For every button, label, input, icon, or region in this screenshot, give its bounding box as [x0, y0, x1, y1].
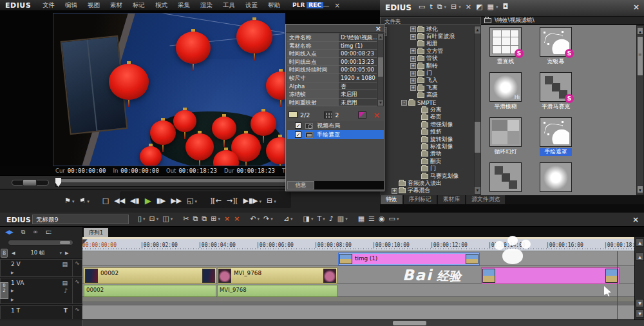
marker-in-flag-button[interactable]: ⚑: [79, 195, 86, 207]
ruler-tick[interactable]: |00:00:12:00: [430, 240, 488, 248]
remove-effect-button[interactable]: ×: [373, 110, 380, 120]
loop-button[interactable]: ◱: [187, 195, 193, 207]
clip-00002-audio[interactable]: 00002: [84, 285, 216, 297]
track-row-mixer-strip[interactable]: [82, 297, 634, 302]
tree-item[interactable]: + 百叶窗波浪: [388, 33, 473, 40]
sync-lock-icon[interactable]: ∿: [72, 278, 82, 303]
ruler-tick[interactable]: |00:00:06:00: [256, 240, 314, 248]
project-name-box[interactable]: 无标题9: [32, 215, 129, 224]
cut-button[interactable]: ✂: [183, 215, 189, 223]
track-header-1t[interactable]: 1 T T ∿: [0, 305, 82, 320]
tree-expander-icon[interactable]: +: [410, 85, 416, 91]
effect-tile[interactable]: Hi: [489, 72, 522, 102]
marker-in-dropdown[interactable]: ▾: [87, 196, 90, 207]
swap-icon[interactable]: ◩: [476, 3, 482, 11]
applied-effect-row[interactable]: ✓ 视频布局: [287, 121, 384, 130]
menu-item[interactable]: 文件: [37, 1, 60, 10]
open-project-dropdown[interactable]: ▾: [156, 216, 159, 222]
expand-track-icon[interactable]: ▶: [11, 297, 14, 302]
effect-tile[interactable]: S: [540, 72, 572, 102]
paste-button[interactable]: ⊞: [211, 215, 216, 223]
duplicate-icon[interactable]: ⧉: [437, 3, 442, 11]
text-view-icon[interactable]: t: [430, 3, 432, 11]
zoom-out-icon[interactable]: ◀: [10, 251, 17, 256]
tree-scrollbar[interactable]: ▲ ▼: [474, 26, 481, 195]
menu-item[interactable]: 模式: [150, 1, 173, 10]
sequence-tab[interactable]: 序列1: [84, 228, 108, 237]
effect-pair-icon[interactable]: [358, 111, 366, 119]
tree-item[interactable]: 高级: [388, 92, 473, 99]
transition-button[interactable]: ◨: [303, 215, 310, 223]
delete-button[interactable]: ×: [234, 215, 240, 223]
video-track-icon[interactable]: ▤: [62, 261, 68, 267]
menu-item[interactable]: 帮助: [263, 1, 285, 10]
loop-icon[interactable]: ∞: [33, 229, 37, 235]
duplicate-dropdown[interactable]: ▾: [444, 5, 447, 10]
effect-checkbox[interactable]: ✓: [295, 122, 301, 129]
tree-item[interactable]: + 翻转: [388, 62, 473, 70]
ruler-tick[interactable]: |00:00:16:00: [546, 240, 604, 248]
tree-item[interactable]: 卷页: [388, 114, 473, 121]
zoom-slider[interactable]: [8, 240, 73, 245]
ruler-tick[interactable]: |00:00:08:00: [314, 240, 372, 248]
scroll-up-icon[interactable]: ▲: [636, 238, 644, 247]
menu-item[interactable]: 素材: [105, 1, 128, 10]
tree-item[interactable]: 音频淡入淡出: [388, 180, 473, 187]
zoom-value[interactable]: 10 帧: [17, 249, 58, 257]
palette-tab[interactable]: 素材库: [438, 195, 465, 204]
tree-item[interactable]: + 门: [388, 70, 473, 77]
effect-checkbox[interactable]: ✓: [295, 131, 301, 138]
clip-timg-va-track[interactable]: [481, 267, 620, 284]
undo-button[interactable]: ↶: [250, 215, 256, 223]
palette-tab[interactable]: 源文件浏览: [466, 195, 505, 204]
view-dropdown[interactable]: ▾: [496, 5, 498, 10]
mixer-button[interactable]: ☰: [368, 215, 375, 223]
minimize-button[interactable]: —: [321, 2, 332, 9]
track-lock-strip[interactable]: 8 2: [0, 282, 8, 299]
effect-tile[interactable]: [540, 117, 572, 147]
tree-item[interactable]: 推挤: [388, 128, 473, 135]
jog-handle[interactable]: [23, 179, 37, 186]
sync-lock-icon[interactable]: ∿: [72, 260, 82, 276]
timeline-close-button[interactable]: ×: [632, 215, 639, 224]
horizontal-scroll-thumb[interactable]: [393, 321, 426, 325]
ruler-tick[interactable]: |00:00:02:00: [140, 240, 198, 248]
effect-tile[interactable]: S: [540, 27, 572, 57]
stop-button[interactable]: □: [102, 195, 109, 207]
tree-item[interactable]: + 飞入: [388, 77, 473, 84]
effect-thumbnail[interactable]: 循环幻灯: [489, 117, 522, 156]
title-button[interactable]: T: [317, 215, 321, 223]
new-sequence-dropdown[interactable]: ▾: [143, 216, 146, 222]
tree-item[interactable]: 增强划像: [388, 121, 473, 128]
tree-item[interactable]: 马赛克划像: [388, 173, 473, 180]
effect-tile[interactable]: [489, 117, 522, 147]
palette-close-button[interactable]: ×: [633, 3, 639, 12]
add-cut-dropdown[interactable]: ▾: [260, 196, 262, 207]
open-project-button[interactable]: ⊡: [149, 215, 155, 223]
effect-thumbnail[interactable]: [489, 162, 522, 193]
snap-icon[interactable]: ◀▶: [5, 229, 13, 235]
marker-out-dropdown[interactable]: ▾: [72, 196, 75, 207]
folder-icon[interactable]: [289, 111, 298, 118]
chase-icon[interactable]: ⊏:: [46, 229, 52, 235]
scroll-down-icon[interactable]: ▼: [636, 309, 644, 318]
zoom-dropdown-icon[interactable]: ▾: [58, 251, 63, 256]
dialog-close-button[interactable]: ×: [375, 24, 381, 33]
thumbnails-scrollbar[interactable]: ▲ ▼: [636, 25, 644, 195]
expand-track-icon[interactable]: ▶: [11, 288, 14, 292]
export-button[interactable]: ⊟: [267, 195, 272, 207]
previous-frame-button[interactable]: ◀▮: [130, 195, 140, 207]
rewind-button[interactable]: ◀◀: [114, 195, 125, 207]
zoom-in-icon[interactable]: ▶: [63, 251, 70, 256]
set-out-point-button[interactable]: →][: [227, 195, 238, 207]
playhead-flag[interactable]: ◤: [82, 238, 88, 245]
clip-timg-v-track[interactable]: timg (1): [338, 253, 480, 265]
fast-forward-button[interactable]: ▶▶: [171, 195, 182, 207]
voiceover-button[interactable]: ♪: [329, 215, 334, 223]
video-track-icon[interactable]: ▤: [62, 280, 68, 286]
ruler-tick[interactable]: |00:00:10:00: [372, 240, 430, 248]
ruler-tick[interactable]: |00:00:04:00: [198, 240, 256, 248]
loop-dropdown[interactable]: ▾: [194, 196, 197, 207]
timeline-vertical-scrollbar[interactable]: ▲ ▲ ▼ ▼: [634, 237, 644, 320]
edit-mode-dropdown[interactable]: ▾: [290, 216, 293, 222]
